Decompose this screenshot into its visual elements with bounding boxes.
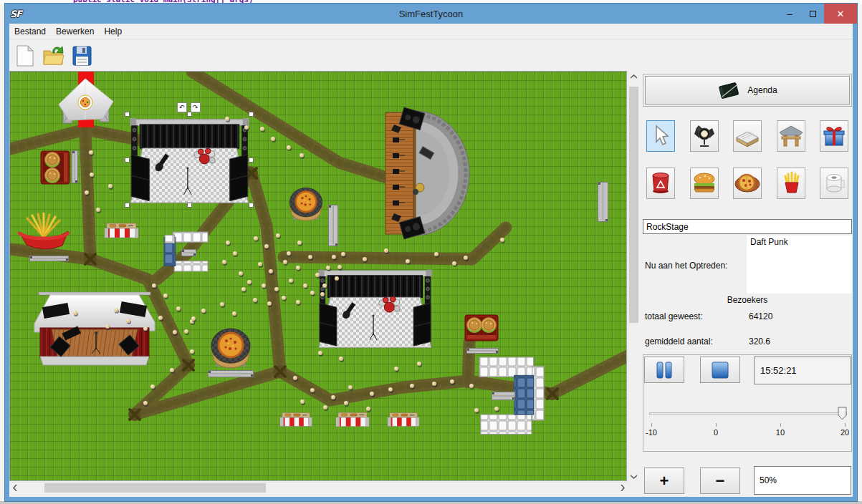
- visitor-dot: [143, 326, 148, 331]
- horizontal-scroll-thumb[interactable]: [44, 483, 266, 493]
- visitor-dot: [348, 385, 353, 389]
- save-file-button[interactable]: [70, 43, 94, 69]
- visitor-dot: [293, 376, 297, 380]
- stage-platform-icon: [734, 124, 761, 149]
- map-object-stripedstand[interactable]: [105, 222, 138, 238]
- scroll-up-icon[interactable]: [628, 71, 639, 82]
- tool-toilet-button[interactable]: [820, 168, 848, 199]
- zoom-out-button[interactable]: −: [700, 467, 740, 494]
- stop-button[interactable]: [700, 357, 740, 383]
- selection-handle[interactable]: [249, 112, 254, 117]
- map-object-roofstage[interactable]: [34, 288, 155, 367]
- map-vertical-scrollbar[interactable]: [628, 71, 638, 482]
- visitor-dot: [158, 316, 163, 320]
- visitor-dot: [222, 260, 226, 264]
- new-file-button[interactable]: [12, 43, 37, 69]
- tool-fries-button[interactable]: [777, 168, 805, 199]
- vertical-scroll-thumb[interactable]: [629, 87, 638, 323]
- tool-burger-button[interactable]: [690, 168, 719, 199]
- visitor-dot: [170, 368, 174, 372]
- map-object-tent[interactable]: [59, 79, 113, 125]
- tool-spotlight-button[interactable]: [690, 120, 719, 152]
- map-object-pizza[interactable]: [209, 324, 253, 368]
- map-object-bench[interactable]: [208, 367, 254, 374]
- map-object-bench[interactable]: [29, 251, 69, 257]
- slider-tick-label: 20: [841, 428, 849, 437]
- map-object-amphitheater[interactable]: [384, 109, 470, 238]
- rotate-ccw-icon[interactable]: ↶: [177, 102, 187, 112]
- tool-stage-button[interactable]: [733, 120, 762, 152]
- visitor-dot: [300, 153, 304, 158]
- map-object-stripedstand[interactable]: [280, 411, 312, 427]
- map-object-bench[interactable]: [492, 390, 515, 399]
- app-window: SF SimFestTycoon – ✕ Bestand Bewerken He…: [5, 4, 857, 501]
- menu-bewerken[interactable]: Bewerken: [51, 25, 99, 38]
- visitor-dot: [176, 306, 181, 311]
- tool-trash-button[interactable]: [646, 168, 675, 199]
- visitor-dot: [337, 265, 342, 269]
- new-document-icon: [14, 44, 35, 67]
- visitor-dot: [341, 252, 345, 256]
- menu-bar: Bestand Bewerken Help: [9, 24, 853, 39]
- map-object-bench[interactable]: [72, 150, 78, 183]
- map-object-stripedstand[interactable]: [388, 411, 419, 427]
- map-horizontal-scrollbar[interactable]: [9, 482, 628, 493]
- agenda-button[interactable]: Agenda: [645, 76, 850, 105]
- map-object-bench[interactable]: [466, 344, 499, 349]
- selection-handle[interactable]: [249, 203, 254, 208]
- map-object-pizza[interactable]: [287, 183, 325, 222]
- rotate-cw-icon[interactable]: ↷: [191, 102, 201, 112]
- scroll-right-icon[interactable]: [617, 483, 628, 493]
- pause-button[interactable]: [644, 357, 684, 383]
- visitor-dot: [300, 399, 305, 404]
- map-object-stage[interactable]: ↶↷: [128, 115, 252, 205]
- slider-thumb[interactable]: [838, 407, 847, 421]
- open-file-button[interactable]: [41, 43, 65, 69]
- visitor-dot: [331, 395, 335, 399]
- close-button[interactable]: ✕: [824, 4, 857, 24]
- map-object-burger[interactable]: [40, 150, 70, 185]
- map-canvas[interactable]: ↶↷: [9, 71, 627, 481]
- visitor-dot: [173, 330, 177, 334]
- maximize-button[interactable]: [801, 4, 824, 24]
- title-bar[interactable]: SF SimFestTycoon – ✕: [5, 4, 857, 24]
- stop-icon: [712, 362, 729, 379]
- tool-gate-button[interactable]: [777, 120, 805, 152]
- plus-icon: +: [660, 472, 669, 490]
- visitor-dot: [225, 117, 229, 121]
- stage-name-input[interactable]: [643, 219, 852, 234]
- visitor-dot: [452, 261, 456, 266]
- map-object-stage[interactable]: [316, 266, 434, 350]
- minimize-button[interactable]: –: [778, 4, 801, 24]
- map-object-bench[interactable]: [598, 182, 608, 222]
- menu-bestand[interactable]: Bestand: [9, 25, 51, 38]
- tool-gift-button[interactable]: [820, 120, 848, 152]
- scroll-left-icon[interactable]: [9, 483, 20, 493]
- scroll-down-icon[interactable]: [628, 471, 639, 482]
- tool-pizza-button[interactable]: [733, 168, 762, 199]
- selection-handle[interactable]: [249, 158, 254, 163]
- map-object-bench[interactable]: [181, 246, 196, 253]
- map-object-stripedstand[interactable]: [336, 411, 369, 427]
- visitor-dot: [108, 184, 112, 188]
- visitor-dot: [143, 401, 148, 405]
- map-object-fries[interactable]: [19, 213, 69, 250]
- menu-help[interactable]: Help: [99, 25, 127, 38]
- selection-handle[interactable]: [125, 158, 130, 163]
- tool-select-button[interactable]: [646, 120, 675, 152]
- selection-handle[interactable]: [187, 203, 192, 208]
- visitor-dot: [474, 408, 479, 412]
- tool-grid: [646, 120, 848, 199]
- visitor-dot: [335, 276, 339, 281]
- map-object-bench[interactable]: [328, 205, 338, 246]
- selection-handle[interactable]: [125, 112, 130, 117]
- selection-handle[interactable]: [187, 112, 192, 117]
- slider-tick: [780, 423, 781, 427]
- visitor-dot: [344, 401, 348, 405]
- map-object-burger[interactable]: [464, 313, 499, 341]
- speed-slider[interactable]: -1001020: [649, 406, 847, 439]
- zoom-in-button[interactable]: +: [644, 467, 684, 494]
- selection-handle[interactable]: [125, 203, 130, 208]
- zoom-level-field[interactable]: 50%: [754, 466, 851, 495]
- slider-track[interactable]: [649, 412, 847, 415]
